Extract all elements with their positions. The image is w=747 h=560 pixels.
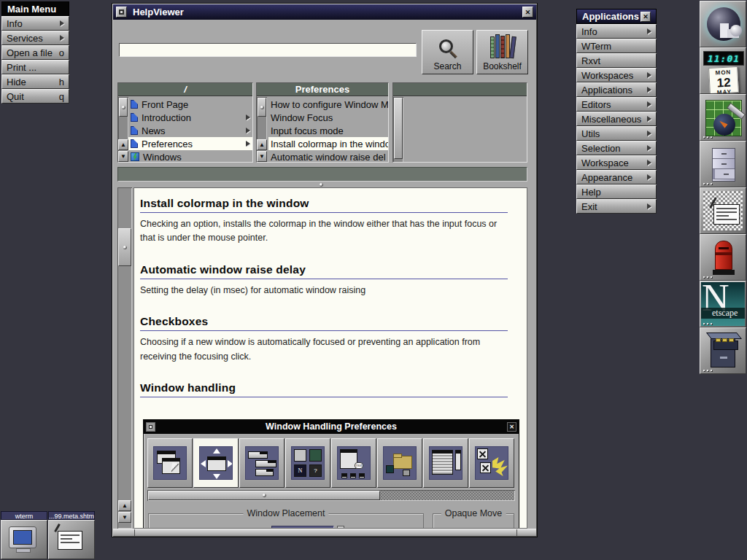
- embedded-titlebar: Window Handling Preferences ✕: [144, 420, 519, 434]
- dock-tile-clock[interactable]: 11:01 MON 12 MAY: [700, 47, 746, 94]
- digital-clock: 11:01: [703, 51, 744, 66]
- postbox-icon: [715, 241, 732, 270]
- list-item[interactable]: News: [128, 124, 252, 137]
- list-item[interactable]: Window Focus: [268, 111, 388, 124]
- scrollbar-knob[interactable]: [119, 98, 128, 117]
- list-item-selected[interactable]: Install colormap in the windo: [268, 137, 388, 150]
- search-button[interactable]: Search: [422, 30, 473, 74]
- miniwindow-wterm[interactable]: wterm: [1, 511, 47, 559]
- toolbar-button-misc: [423, 438, 468, 488]
- list-item[interactable]: Input focus mode: [268, 124, 388, 137]
- submenu-arrow-icon: [246, 114, 250, 120]
- list-item[interactable]: How to configure Window M: [268, 98, 388, 111]
- toolbar-button-paths: [377, 438, 422, 488]
- menu-item-hide[interactable]: Hide h: [1, 74, 69, 89]
- scroll-up-button[interactable]: ▲: [118, 139, 128, 150]
- file-cabinet-icon: [712, 148, 735, 182]
- scrollbar-knob[interactable]: [118, 228, 131, 266]
- miniwindow-document[interactable]: ...99.meta.shtml: [48, 511, 95, 559]
- list-item[interactable]: Front Page: [128, 98, 252, 111]
- menu-item-info[interactable]: Info: [576, 24, 657, 39]
- dock-tile-archive-cabinet[interactable]: [700, 327, 746, 374]
- window-menu-button[interactable]: [116, 7, 127, 18]
- submenu-arrow-icon: [647, 28, 651, 34]
- list-item-selected[interactable]: Preferences: [128, 137, 252, 150]
- menu-item-appearance[interactable]: Appearance: [576, 170, 657, 184]
- toolbar-button-window-focus: [147, 438, 193, 488]
- menu-item-applications[interactable]: Applications: [576, 82, 657, 97]
- menu-item-miscellaneous[interactable]: Miscellaneous: [576, 112, 657, 126]
- scrollbar-knob[interactable]: [394, 98, 403, 159]
- preferences-toolbar: N ? rxvt: [147, 438, 514, 488]
- helpviewer-titlebar[interactable]: HelpViewer ✕: [113, 4, 536, 20]
- menu-item-help[interactable]: Help: [576, 184, 657, 199]
- scroll-down-button[interactable]: ▼: [257, 151, 267, 162]
- list-item[interactable]: Windows: [128, 150, 252, 162]
- main-menu-titlebar[interactable]: Main Menu: [1, 1, 69, 16]
- resize-bar[interactable]: [113, 529, 536, 536]
- close-button[interactable]: ✕: [522, 7, 533, 18]
- dock-tile-netscape[interactable]: N etscape: [700, 281, 746, 327]
- content-scrollbar[interactable]: ▲ ▼: [117, 187, 132, 529]
- scroll-up-button[interactable]: ▲: [257, 139, 267, 150]
- bookshelf-button[interactable]: Bookshelf: [476, 30, 528, 74]
- content-area: ▲ ▼ Install colormap in the window Check…: [117, 187, 527, 529]
- menu-item-utils[interactable]: Utils: [576, 126, 657, 141]
- applications-menu: Applications ✕ Info WTerm Rxvt Workspace…: [576, 9, 657, 214]
- list-item[interactable]: Introduction: [128, 111, 252, 124]
- menu-item-label: Quit: [7, 91, 24, 102]
- window-title: HelpViewer: [133, 7, 516, 18]
- menu-item-print[interactable]: Print ...: [1, 60, 69, 74]
- menu-item-exit[interactable]: Exit: [576, 199, 657, 214]
- applications-menu-titlebar[interactable]: Applications ✕: [576, 9, 657, 24]
- section-body: Setting the delay (in msec) for automati…: [140, 284, 500, 298]
- search-input[interactable]: [119, 43, 417, 57]
- submenu-arrow-icon: [60, 35, 64, 41]
- menu-item-editors[interactable]: Editors: [576, 97, 657, 112]
- archive-cabinet-icon: [711, 337, 735, 368]
- search-icon: [439, 39, 457, 57]
- window-menu-button: [146, 422, 155, 432]
- scroll-down-button[interactable]: ▼: [118, 151, 128, 162]
- dock-tile-paint-app[interactable]: [700, 94, 746, 141]
- menu-item-selection[interactable]: Selection: [576, 141, 657, 155]
- dock-tile-file-cabinet[interactable]: [700, 141, 746, 187]
- browser-column-empty: [392, 82, 527, 163]
- toolbar-button-menus: [239, 438, 285, 488]
- scroll-down-button[interactable]: ▼: [118, 512, 131, 523]
- menu-shortcut: q: [59, 91, 64, 102]
- submenu-arrow-icon: [60, 20, 64, 26]
- menu-item-quit[interactable]: Quit q: [1, 89, 69, 104]
- browser-column-root: / ▲ ▼ Front Page Introduction: [117, 82, 253, 163]
- column-scrollbar[interactable]: [393, 97, 403, 162]
- split-handle[interactable]: [320, 183, 323, 187]
- menu-item-workspaces[interactable]: Workspaces: [576, 68, 657, 82]
- submenu-arrow-icon: [647, 160, 651, 166]
- list-item[interactable]: Automatic window raise del: [268, 150, 388, 162]
- helpviewer-window: HelpViewer ✕ Search Bookshelf / ▲ ▼ Fron…: [112, 3, 538, 537]
- menu-item-services[interactable]: Services: [1, 31, 69, 45]
- menu-item-rxvt[interactable]: Rxvt: [576, 53, 657, 68]
- browser-column-preferences: Preferences ▲ ▼ How to configure Window …: [256, 82, 389, 163]
- document-icon: [131, 139, 138, 148]
- section-body: Checking an option, installs the colorma…: [140, 217, 500, 246]
- document-icon: [131, 100, 138, 109]
- menu-item-info[interactable]: Info: [1, 16, 69, 31]
- dock-tile-mail-compose[interactable]: [700, 187, 746, 234]
- close-button: ✕: [507, 422, 516, 432]
- submenu-arrow-icon: [647, 203, 651, 209]
- menu-item-label: Open a file: [7, 47, 53, 58]
- section-heading: Automatic window raise delay: [140, 263, 508, 279]
- menu-item-wterm[interactable]: WTerm: [576, 39, 657, 53]
- menu-item-open-a-file[interactable]: Open a file o: [1, 45, 69, 60]
- dock-tile-postbox[interactable]: [700, 234, 746, 281]
- column-scrollbar[interactable]: ▲ ▼: [257, 97, 267, 162]
- submenu-arrow-icon: [647, 145, 651, 151]
- close-button[interactable]: ✕: [640, 12, 651, 22]
- column-scrollbar[interactable]: ▲ ▼: [118, 97, 128, 162]
- scroll-up-button[interactable]: ▲: [118, 500, 131, 511]
- scrollbar-knob[interactable]: [258, 98, 266, 117]
- menu-item-workspace[interactable]: Workspace: [576, 155, 657, 170]
- miniwindow-title: wterm: [1, 511, 47, 520]
- dock-tile-windowmaker[interactable]: [700, 1, 746, 47]
